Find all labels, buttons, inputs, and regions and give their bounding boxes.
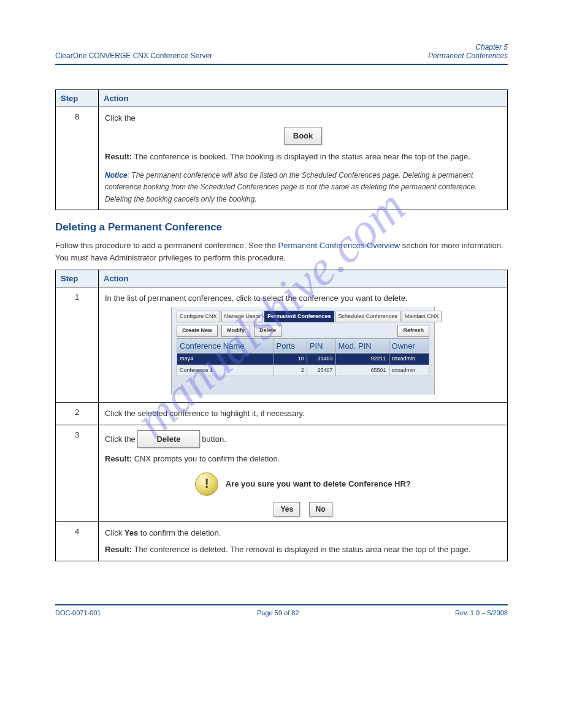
confirmation-dialog: Are you sure you want to delete Conferen…	[105, 472, 501, 517]
book-button[interactable]: Book	[284, 127, 323, 145]
intro-link[interactable]: Permanent Conferences Overview	[278, 241, 400, 250]
cell-owner: cnxadmin	[389, 365, 429, 376]
step-number: 8	[56, 107, 99, 210]
result-text: CNX prompts you to confirm the deletion.	[134, 454, 280, 463]
cell-owner: cnxadmin	[389, 354, 429, 365]
delete-button-large[interactable]: Delete	[137, 430, 199, 449]
section-title-deleting: Deleting a Permanent Conference	[55, 221, 508, 233]
tab-bar: Configure CNX Manage Users Permanent Con…	[177, 311, 429, 323]
footer-docid: DOC-0071-001	[55, 609, 101, 616]
cell-pin: 25407	[307, 365, 335, 376]
tab-manage-users[interactable]: Manage Users	[221, 311, 264, 323]
notice-text: : The permanent conference will also be …	[105, 171, 477, 203]
procedure-table-book: Step Action 8 Click the Book Result: The…	[55, 89, 508, 210]
confirm-message: Are you sure you want to delete Conferen…	[226, 479, 411, 488]
page-header: ClearOne CONVERGE CNX Conference Server …	[55, 43, 508, 65]
tab-configure-cnx[interactable]: Configure CNX	[177, 311, 220, 323]
modify-button[interactable]: Modify	[221, 325, 250, 337]
yes-inline: Yes	[124, 528, 138, 537]
col-step: Step	[56, 90, 99, 107]
col-ports: Ports	[274, 338, 307, 354]
action-pre: Click	[105, 528, 124, 537]
section-intro: Follow this procedure to add a permanent…	[55, 240, 508, 264]
result-label: Result:	[105, 545, 132, 554]
footer-page: Page 59 of 82	[257, 609, 299, 616]
action-pre: Click the	[105, 434, 137, 444]
warning-icon	[195, 472, 218, 496]
tab-scheduled-conferences[interactable]: Scheduled Conferences	[335, 311, 400, 323]
col-pin: PIN	[307, 338, 335, 354]
action-text-pre: Click the	[105, 113, 136, 123]
notice-label: Notice	[105, 171, 128, 180]
conferences-table: Conference Name Ports PIN Mod. PIN Owner…	[177, 338, 429, 377]
result-label: Result:	[105, 454, 132, 463]
cell-name: may4	[177, 354, 274, 365]
no-button[interactable]: No	[309, 502, 332, 517]
action-post: to confirm the deletion.	[140, 528, 221, 537]
procedure-table-delete: Step Action 1 In the list of permanent c…	[55, 270, 508, 561]
action-post: button.	[202, 434, 226, 444]
cell-ports: 10	[274, 354, 307, 365]
cell-modpin: 92211	[335, 354, 389, 365]
result-label: Result:	[105, 152, 132, 161]
cell-ports: 2	[274, 365, 307, 376]
yes-button[interactable]: Yes	[274, 502, 300, 517]
table-row[interactable]: Conference 1 2 25407 65501 cnxadmin	[177, 365, 429, 376]
tab-permanent-conferences[interactable]: Permanent Conferences	[264, 311, 334, 323]
cell-pin: 31483	[307, 354, 335, 365]
delete-button[interactable]: Delete	[254, 325, 282, 337]
col-modpin: Mod. PIN	[335, 338, 389, 354]
page-footer: DOC-0071-001 Page 59 of 82 Rev. 1.0 – 5/…	[55, 609, 508, 616]
refresh-button[interactable]: Refresh	[397, 325, 429, 337]
result-text: The conference is booked. The booking is…	[134, 152, 470, 161]
col-action: Action	[99, 90, 508, 107]
cell-name: Conference 1	[177, 365, 274, 376]
step-number: 2	[56, 403, 99, 425]
permanent-conferences-screenshot: Configure CNX Manage Users Permanent Con…	[171, 307, 435, 395]
col-conf-name: Conference Name	[177, 338, 274, 354]
header-chapter: Chapter 5	[428, 43, 508, 51]
create-new-button[interactable]: Create New	[177, 325, 218, 337]
step-number: 4	[56, 521, 99, 561]
cell-modpin: 65501	[335, 365, 389, 376]
action-text: In the list of permanent conferences, cl…	[105, 292, 501, 305]
tab-maintain-cnx[interactable]: Maintain CNX	[402, 311, 442, 323]
step-number: 3	[56, 425, 99, 521]
table-row[interactable]: may4 10 31483 92211 cnxadmin	[177, 354, 429, 365]
col-step: Step	[56, 270, 99, 287]
intro-pre: Follow this procedure to add a permanent…	[55, 241, 278, 250]
col-owner: Owner	[389, 338, 429, 354]
result-text: The conference is deleted. The removal i…	[134, 545, 470, 554]
footer-rule	[55, 604, 508, 605]
col-action: Action	[99, 270, 508, 287]
footer-rev: Rev. 1.0 – 5/2008	[455, 609, 508, 616]
step-number: 1	[56, 287, 99, 403]
action-text: Click the selected conference to highlig…	[99, 403, 508, 425]
header-product: ClearOne CONVERGE CNX Conference Server	[55, 51, 212, 60]
header-chapter-title: Permanent Conferences	[428, 51, 508, 60]
